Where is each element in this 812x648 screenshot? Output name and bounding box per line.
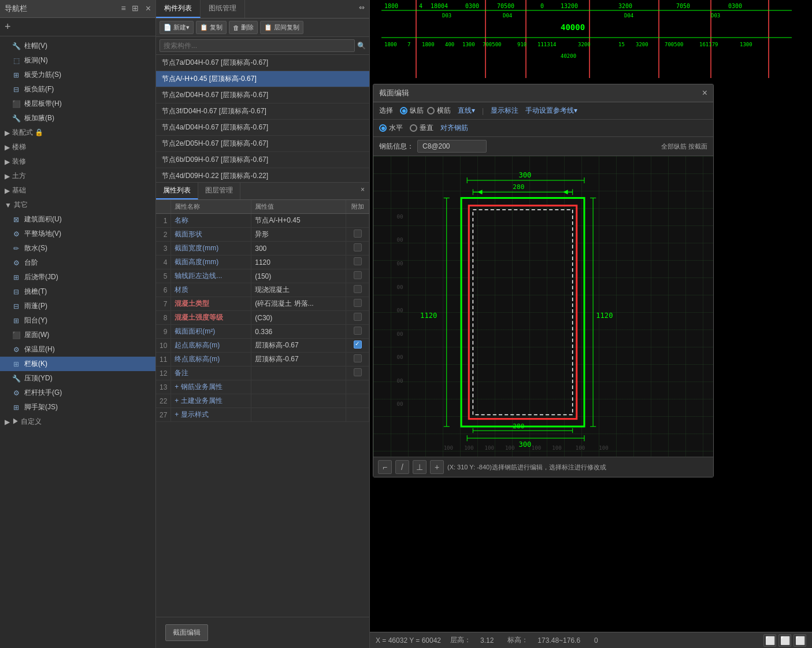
prop-name-cell[interactable]: 截面宽度(mm) <box>171 242 251 256</box>
prop-value-cell[interactable] <box>251 366 346 380</box>
status-icon-1[interactable]: ⬜ <box>763 634 776 647</box>
add-item-icon[interactable]: + <box>5 21 11 32</box>
checkbox-empty[interactable] <box>354 229 362 238</box>
comp-item[interactable]: 节点2e/D04H-0.67 [层顶标高-0.67] <box>156 87 369 103</box>
sidebar-item-pingzheng[interactable]: ⚙ 平整场地(V) <box>0 227 155 241</box>
prop-name-cell[interactable]: 材质 <box>171 283 251 297</box>
checkbox-empty[interactable] <box>354 327 362 335</box>
floor-copy-button[interactable]: 📋 层间复制 <box>260 21 303 34</box>
checkbox-empty[interactable] <box>354 257 362 265</box>
status-icon-3[interactable]: ⬜ <box>794 634 806 647</box>
sidebar-item-yangtai[interactable]: ⊞ 阳台(Y) <box>0 313 155 328</box>
checkbox-empty[interactable] <box>354 243 362 251</box>
section-edit-button[interactable]: 截面编辑 <box>165 624 208 641</box>
prop-value-cell[interactable]: 层顶标高-0.67 <box>251 353 346 366</box>
sidebar-item-baowenceng[interactable]: ⚙ 保温层(H) <box>0 342 155 357</box>
prop-name-cell[interactable]: 起点底标高(m) <box>171 339 251 353</box>
sidebar-item-yupeng[interactable]: ⊟ 雨蓬(P) <box>0 299 155 313</box>
prop-add-cell[interactable] <box>346 228 369 242</box>
prop-value-cell[interactable]: 1120 <box>251 256 346 269</box>
manual-ref-btn[interactable]: 手动设置参考线▾ <box>525 106 577 116</box>
comp-item[interactable]: 节点3f/D04H-0.67 [层顶标高-0.67] <box>156 103 369 120</box>
sidebar-item-jiaoshoujia[interactable]: ⊞ 脚手架(JS) <box>0 400 155 414</box>
prop-value-cell[interactable]: 现浇混凝土 <box>251 283 346 297</box>
search-input[interactable] <box>160 39 355 52</box>
prop-name-cell[interactable]: 截面高度(mm) <box>171 256 251 269</box>
prop-add-cell[interactable] <box>346 408 369 422</box>
show-annotation-btn[interactable]: 显示标注 <box>491 106 518 116</box>
prop-value-cell[interactable]: 300 <box>251 242 346 256</box>
prop-add-cell[interactable] <box>346 256 369 269</box>
sidebar-item-loucengbandai[interactable]: ⬛ 楼层板带(H) <box>0 97 155 111</box>
sidebar-close-icon[interactable]: × <box>146 3 151 14</box>
sidebar-item-sanshui[interactable]: ✏ 散水(S) <box>0 241 155 256</box>
prop-name-cell[interactable]: 混凝土强度等级 <box>171 311 251 325</box>
prop-value-cell[interactable] <box>251 380 346 394</box>
prop-name-cell[interactable]: 轴线距左边线... <box>171 269 251 283</box>
comp-item-selected[interactable]: 节点A/-H+0.45 [层顶标高-0.67] <box>156 71 369 87</box>
prop-name-cell[interactable]: 终点底标高(m) <box>171 353 251 366</box>
radio-shuiping[interactable]: 水平 <box>379 123 403 133</box>
sidebar-item-jianzhumianji[interactable]: ⊠ 建筑面积(U) <box>0 212 155 227</box>
section-editor-close[interactable]: × <box>702 88 707 98</box>
footer-icon-diagonal[interactable]: / <box>395 460 409 474</box>
search-icon[interactable]: 🔍 <box>357 42 366 50</box>
comp-item[interactable]: 节点4a/D04H-0.67 [层顶标高-0.67] <box>156 120 369 136</box>
footer-icon-plus[interactable]: + <box>430 460 444 474</box>
cad-view[interactable]: 1800 4 18004 0300 70500 0 13200 3200 705… <box>370 0 812 632</box>
tab-layers[interactable]: 图层管理 <box>198 183 240 199</box>
prop-name-cell[interactable]: 名称 <box>171 214 251 228</box>
comp-item[interactable]: 节点6b/D09H-0.67 [层顶标高-0.67] <box>156 152 369 168</box>
checkbox-empty[interactable] <box>354 368 362 376</box>
checkbox-empty[interactable] <box>354 285 362 293</box>
prop-add-cell[interactable] <box>346 242 369 256</box>
comp-item[interactable]: 节点4d/D09H-0.22 [层顶标高-0.22] <box>156 168 369 182</box>
comp-item[interactable]: 节点7a/D04H-0.67 [层顶标高-0.67] <box>156 55 369 71</box>
grid-icon[interactable]: ⊞ <box>132 3 139 14</box>
checkbox-checked[interactable] <box>354 340 362 349</box>
sidebar-item-bandong[interactable]: ⬚ 板洞(N) <box>0 53 155 68</box>
checkbox-empty[interactable] <box>354 354 362 362</box>
prop-name-cell[interactable]: 截面形状 <box>171 228 251 242</box>
align-rebar-btn[interactable]: 对齐钢筋 <box>440 123 468 133</box>
prop-add-cell[interactable] <box>346 269 369 283</box>
line-btn[interactable]: 直线▾ <box>458 106 475 116</box>
sidebar-item-langanshou[interactable]: ⚙ 栏杆扶手(G) <box>0 386 155 400</box>
list-icon[interactable]: ≡ <box>121 3 125 14</box>
prop-value-cell[interactable]: 异形 <box>251 228 346 242</box>
copy-button[interactable]: 📋 复制 <box>196 21 227 34</box>
prop-add-cell[interactable] <box>346 353 369 366</box>
checkbox-empty[interactable] <box>354 299 362 307</box>
new-button[interactable]: 📄 新建▾ <box>160 21 194 34</box>
group-zhuangpei[interactable]: ▶ 装配式 🔒 <box>0 125 155 140</box>
status-icon-2[interactable]: ⬜ <box>778 634 791 647</box>
prop-add-cell[interactable] <box>346 297 369 311</box>
sidebar-item-banfujin[interactable]: ⊟ 板负筋(F) <box>0 82 155 97</box>
sidebar-item-zhuma[interactable]: 🔧 柱帽(V) <box>0 39 155 53</box>
sidebar-item-yading[interactable]: 🔧 压顶(YD) <box>0 371 155 386</box>
group-zhuangxiu[interactable]: ▶ 装修 <box>0 154 155 169</box>
comp-item[interactable]: 节点2e/D05H-0.67 [层顶标高-0.67] <box>156 136 369 152</box>
delete-button[interactable]: 🗑 删除 <box>229 21 258 34</box>
prop-name-cell[interactable]: + 钢筋业务属性 <box>171 380 251 394</box>
prop-value-cell[interactable] <box>251 408 346 422</box>
sidebar-item-houdai[interactable]: ⊞ 后浇带(JD) <box>0 270 155 284</box>
prop-name-cell[interactable]: + 土建业务属性 <box>171 394 251 408</box>
prop-value-cell[interactable]: (150) <box>251 269 346 283</box>
group-qita[interactable]: ▼ 其它 <box>0 198 155 212</box>
prop-value-cell[interactable]: 节点A/-H+0.45 <box>251 214 346 228</box>
radio-hengjin[interactable]: 横筋 <box>427 106 451 116</box>
footer-icon-perpendicular[interactable]: ⊥ <box>413 460 427 474</box>
prop-value-cell[interactable]: 0.336 <box>251 325 346 339</box>
tab-props[interactable]: 属性列表 <box>156 183 198 199</box>
prop-value-cell[interactable] <box>251 394 346 408</box>
prop-name-cell[interactable]: 截面面积(m²) <box>171 325 251 339</box>
prop-name-cell[interactable]: 混凝土类型 <box>171 297 251 311</box>
group-zidingyi[interactable]: ▶ ▶ 自定义 <box>0 414 155 429</box>
prop-add-cell[interactable] <box>346 214 369 228</box>
checkbox-empty[interactable] <box>354 271 362 279</box>
tab-comp-list[interactable]: 构件列表 <box>156 0 201 18</box>
radio-chuizhi[interactable]: 垂直 <box>410 123 433 133</box>
sidebar-item-taijie[interactable]: ⚙ 台阶 <box>0 256 155 270</box>
checkbox-empty[interactable] <box>354 313 362 321</box>
